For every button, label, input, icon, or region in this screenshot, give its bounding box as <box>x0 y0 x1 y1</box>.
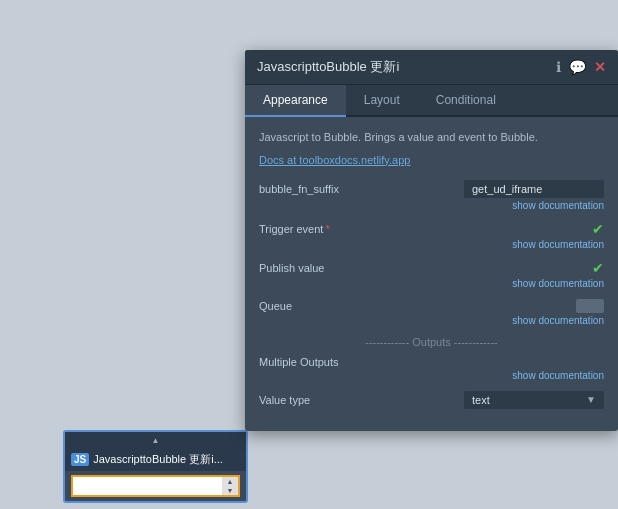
docs-link[interactable]: Docs at toolboxdocs.netlify.app <box>259 154 604 166</box>
value-type-label: Value type <box>259 394 310 406</box>
close-icon[interactable]: ✕ <box>594 59 606 75</box>
queue-show-doc[interactable]: show documentation <box>259 315 604 326</box>
outputs-divider: ------------ Outputs ------------ <box>259 336 604 348</box>
input-spinners[interactable]: ▲ ▼ <box>222 477 238 495</box>
bubble-fn-suffix-value[interactable]: get_ud_iframe <box>464 180 604 198</box>
publish-value-check[interactable]: ✔ <box>592 260 604 276</box>
description-text: Javascript to Bubble. Brings a value and… <box>259 129 604 146</box>
js-element-title: JavascripttoBubble 更新i... <box>93 452 240 467</box>
js-badge: JS <box>71 453 89 466</box>
js-element-header: JS JavascripttoBubble 更新i... <box>65 448 246 471</box>
js-element-scroll-up[interactable]: ▲ <box>65 432 246 448</box>
publish-value-show-doc[interactable]: show documentation <box>259 278 604 289</box>
panel-body: Javascript to Bubble. Brings a value and… <box>245 117 618 431</box>
js-element-input[interactable]: ▲ ▼ <box>71 475 240 497</box>
panel-header-icons: ℹ 💬 ✕ <box>556 59 606 75</box>
multiple-outputs-label: Multiple Outputs <box>259 356 338 368</box>
field-bubble-fn-suffix: bubble_fn_suffix get_ud_iframe show docu… <box>259 180 604 211</box>
field-multiple-outputs: Multiple Outputs show documentation <box>259 356 604 381</box>
comment-icon[interactable]: 💬 <box>569 59 586 75</box>
scroll-up-arrow[interactable]: ▲ <box>146 434 166 446</box>
spin-up-btn[interactable]: ▲ <box>222 477 238 486</box>
js-element[interactable]: ▲ JS JavascripttoBubble 更新i... ▲ ▼ <box>63 430 248 503</box>
trigger-event-check[interactable]: ✔ <box>592 221 604 237</box>
field-publish-value: Publish value ✔ show documentation <box>259 260 604 289</box>
tab-appearance[interactable]: Appearance <box>245 85 346 117</box>
queue-label: Queue <box>259 300 292 312</box>
tab-conditional[interactable]: Conditional <box>418 85 514 117</box>
multiple-outputs-show-doc[interactable]: show documentation <box>259 370 604 381</box>
field-queue: Queue show documentation <box>259 299 604 326</box>
trigger-event-label: Trigger event <box>259 223 330 235</box>
publish-value-label: Publish value <box>259 262 324 274</box>
queue-toggle[interactable] <box>576 299 604 313</box>
value-type-selected: text <box>472 394 490 406</box>
bubble-fn-suffix-show-doc[interactable]: show documentation <box>259 200 604 211</box>
field-value-type: Value type text ▼ <box>259 391 604 409</box>
value-type-select[interactable]: text ▼ <box>464 391 604 409</box>
panel-header: JavascripttoBubble 更新i ℹ 💬 ✕ <box>245 50 618 85</box>
panel: JavascripttoBubble 更新i ℹ 💬 ✕ Appearance … <box>245 50 618 431</box>
field-trigger-event: Trigger event ✔ show documentation <box>259 221 604 250</box>
bubble-fn-suffix-label: bubble_fn_suffix <box>259 183 339 195</box>
tab-layout[interactable]: Layout <box>346 85 418 117</box>
spin-down-btn[interactable]: ▼ <box>222 486 238 495</box>
info-icon[interactable]: ℹ <box>556 59 561 75</box>
tabs: Appearance Layout Conditional <box>245 85 618 117</box>
trigger-event-show-doc[interactable]: show documentation <box>259 239 604 250</box>
value-type-arrow: ▼ <box>586 394 596 405</box>
panel-title: JavascripttoBubble 更新i <box>257 58 399 76</box>
